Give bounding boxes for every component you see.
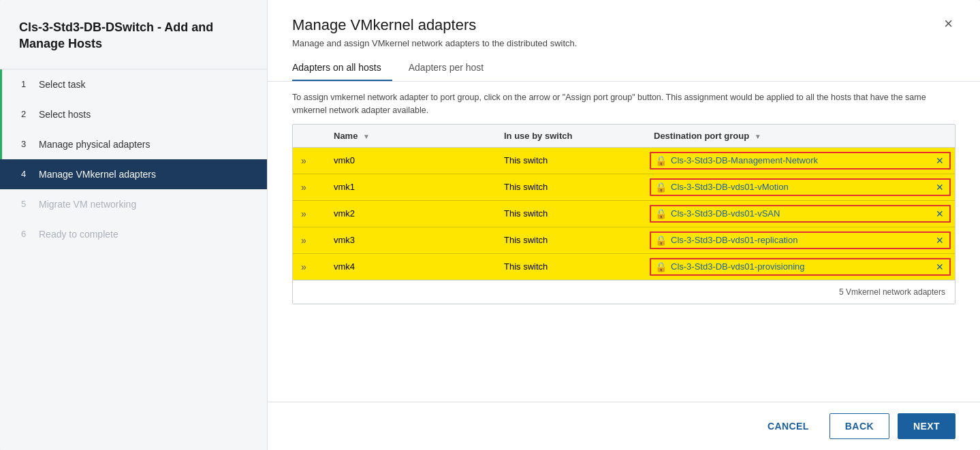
sidebar-step-3[interactable]: 3Manage physical adapters: [0, 129, 267, 159]
adapters-table: Name ▼ In use by switch Destination port…: [293, 125, 955, 280]
lock-icon: 🔒: [655, 208, 667, 219]
dialog: Cls-3-Std3-DB-DSwitch - Add and Manage H…: [0, 0, 980, 450]
expand-icon: »: [301, 182, 306, 193]
expand-cell[interactable]: »: [293, 227, 326, 253]
page-title: Manage VMkernel adapters: [292, 16, 476, 34]
sidebar: Cls-3-Std3-DB-DSwitch - Add and Manage H…: [0, 0, 268, 450]
switch-cell: This switch: [496, 174, 646, 200]
dest-port-group: 🔒 Cls-3-Std3-DB-vds01-vSAN ✕: [650, 205, 951, 223]
step-label: Ready to complete: [39, 229, 118, 240]
table-body: » vmk0 This switch 🔒 Cls-3-Std3-DB-Manag…: [293, 147, 955, 280]
back-button[interactable]: BACK: [829, 413, 889, 439]
remove-dest-button[interactable]: ✕: [934, 208, 945, 219]
dest-cell-wrapper: 🔒 Cls-3-Std3-DB-vds01-vMotion ✕: [646, 174, 955, 200]
dest-port-group: 🔒 Cls-3-Std3-DB-vds01-vMotion ✕: [650, 178, 951, 196]
remove-dest-button[interactable]: ✕: [934, 155, 945, 166]
name-cell: vmk0: [326, 147, 496, 174]
dest-name: Cls-3-Std3-DB-vds01-replication: [671, 235, 930, 245]
main-panel: Manage VMkernel adapters × Manage and as…: [268, 0, 980, 450]
switch-cell: This switch: [496, 253, 646, 280]
sidebar-title: Cls-3-Std3-DB-DSwitch - Add and Manage H…: [0, 0, 267, 69]
main-body: To assign vmkernel network adapter to po…: [268, 82, 980, 402]
dest-name: Cls-3-Std3-DB-vds01-vSAN: [671, 208, 930, 219]
name-cell: vmk2: [326, 200, 496, 227]
table-row: » vmk3 This switch 🔒 Cls-3-Std3-DB-vds01…: [293, 227, 955, 253]
expand-cell[interactable]: »: [293, 174, 326, 200]
lock-icon: 🔒: [655, 182, 667, 193]
expand-cell[interactable]: »: [293, 200, 326, 227]
table-header-row: Name ▼ In use by switch Destination port…: [293, 125, 955, 148]
expand-cell[interactable]: »: [293, 253, 326, 280]
lock-icon: 🔒: [655, 261, 667, 272]
tab-0[interactable]: Adapters on all hosts: [292, 57, 392, 81]
expand-icon: »: [301, 155, 306, 166]
step-number: 6: [21, 229, 32, 239]
cancel-button[interactable]: CANCEL: [755, 414, 821, 438]
dest-sort-icon[interactable]: ▼: [755, 133, 761, 140]
dest-name: Cls-3-Std3-DB-vds01-vMotion: [671, 182, 930, 192]
expand-icon: »: [301, 235, 306, 246]
expand-cell[interactable]: »: [293, 147, 326, 174]
name-cell: vmk1: [326, 174, 496, 200]
dialog-footer: CANCEL BACK NEXT: [268, 402, 980, 450]
step-label: Migrate VM networking: [39, 199, 136, 210]
dest-cell-wrapper: 🔒 Cls-3-Std3-DB-Management-Network ✕: [646, 147, 955, 174]
sidebar-step-4[interactable]: 4Manage VMkernel adapters: [0, 159, 267, 189]
dest-port-group: 🔒 Cls-3-Std3-DB-Management-Network ✕: [650, 152, 951, 170]
lock-icon: 🔒: [655, 235, 667, 246]
expand-icon: »: [301, 208, 306, 219]
step-number: 4: [21, 169, 32, 179]
step-number: 2: [21, 109, 32, 119]
page-subtitle: Manage and assign VMkernel network adapt…: [292, 38, 905, 48]
step-label: Select task: [39, 79, 85, 90]
step-label: Manage VMkernel adapters: [39, 169, 156, 180]
dest-cell-wrapper: 🔒 Cls-3-Std3-DB-vds01-provisioning ✕: [646, 253, 955, 280]
sidebar-step-5: 5Migrate VM networking: [0, 189, 267, 219]
switch-cell: This switch: [496, 227, 646, 253]
table-row: » vmk4 This switch 🔒 Cls-3-Std3-DB-vds01…: [293, 253, 955, 280]
dest-cell-wrapper: 🔒 Cls-3-Std3-DB-vds01-replication ✕: [646, 227, 955, 253]
name-cell: vmk3: [326, 227, 496, 253]
col-switch-header: In use by switch: [496, 125, 646, 148]
table-row: » vmk0 This switch 🔒 Cls-3-Std3-DB-Manag…: [293, 147, 955, 174]
col-dest-header: Destination port group ▼: [646, 125, 955, 148]
close-button[interactable]: ×: [941, 15, 955, 33]
sidebar-steps: 1Select task2Select hosts3Manage physica…: [0, 69, 267, 249]
tab-bar: Adapters on all hostsAdapters per host: [292, 57, 955, 81]
dest-name: Cls-3-Std3-DB-vds01-provisioning: [671, 261, 930, 272]
lock-icon: 🔒: [655, 155, 667, 166]
sidebar-step-6: 6Ready to complete: [0, 219, 267, 249]
switch-cell: This switch: [496, 147, 646, 174]
tab-1[interactable]: Adapters per host: [409, 57, 495, 81]
step-number: 5: [21, 199, 32, 209]
sidebar-step-1[interactable]: 1Select task: [0, 69, 267, 99]
remove-dest-button[interactable]: ✕: [934, 182, 945, 193]
step-label: Select hosts: [39, 109, 91, 120]
remove-dest-button[interactable]: ✕: [934, 235, 945, 246]
adapters-table-wrapper: Name ▼ In use by switch Destination port…: [292, 124, 955, 304]
sidebar-step-2[interactable]: 2Select hosts: [0, 99, 267, 129]
name-sort-icon[interactable]: ▼: [363, 133, 370, 140]
step-number: 1: [21, 79, 32, 89]
info-text: To assign vmkernel network adapter to po…: [292, 91, 932, 117]
table-row: » vmk2 This switch 🔒 Cls-3-Std3-DB-vds01…: [293, 200, 955, 227]
switch-cell: This switch: [496, 200, 646, 227]
step-number: 3: [21, 139, 32, 149]
table-row: » vmk1 This switch 🔒 Cls-3-Std3-DB-vds01…: [293, 174, 955, 200]
table-footer: 5 Vmkernel network adapters: [293, 280, 955, 304]
name-cell: vmk4: [326, 253, 496, 280]
next-button[interactable]: NEXT: [898, 413, 955, 439]
remove-dest-button[interactable]: ✕: [934, 261, 945, 272]
dest-port-group: 🔒 Cls-3-Std3-DB-vds01-replication ✕: [650, 231, 951, 249]
expand-icon: »: [301, 261, 306, 272]
step-label: Manage physical adapters: [39, 139, 150, 150]
col-name-header: Name ▼: [326, 125, 496, 148]
col-expand-header: [293, 125, 326, 148]
main-header: Manage VMkernel adapters × Manage and as…: [268, 0, 980, 82]
dest-cell-wrapper: 🔒 Cls-3-Std3-DB-vds01-vSAN ✕: [646, 200, 955, 227]
dest-port-group: 🔒 Cls-3-Std3-DB-vds01-provisioning ✕: [650, 258, 951, 276]
dest-name: Cls-3-Std3-DB-Management-Network: [671, 155, 930, 165]
